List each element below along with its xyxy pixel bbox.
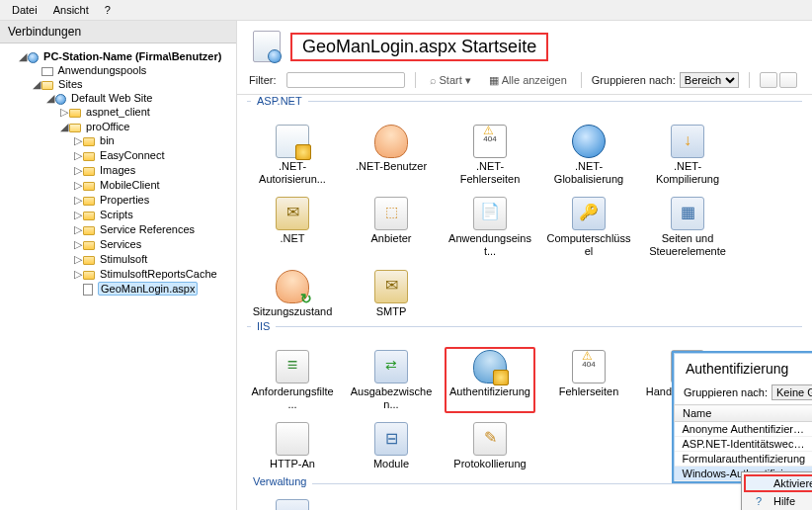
feature-authentication[interactable]: Authentifizierung bbox=[445, 347, 535, 413]
tree-sites[interactable]: Sites bbox=[58, 78, 82, 90]
config-icon bbox=[276, 499, 309, 510]
tree-toggle[interactable]: ▷ bbox=[73, 209, 83, 221]
feature-providers[interactable]: Anbieter bbox=[346, 194, 437, 260]
menu-help[interactable]: ? bbox=[97, 2, 119, 18]
tree-toggle[interactable]: ▷ bbox=[73, 268, 83, 281]
menu-file[interactable]: Datei bbox=[4, 2, 45, 18]
tree-toggle[interactable]: ◢ bbox=[18, 50, 28, 63]
view-details-button[interactable] bbox=[779, 72, 797, 88]
tree-toggle[interactable]: ◢ bbox=[59, 121, 69, 133]
feature-http[interactable]: HTTP-An bbox=[247, 419, 338, 473]
separator bbox=[749, 72, 750, 88]
feature-net-error-pages[interactable]: .NET-Fehlerseiten bbox=[445, 122, 535, 188]
key-icon bbox=[572, 197, 606, 230]
compile-icon bbox=[671, 125, 704, 158]
server-icon bbox=[28, 52, 39, 63]
tree-item-selected[interactable]: GeoManLogin.aspx bbox=[98, 282, 198, 296]
controls-icon bbox=[671, 197, 704, 230]
section-header-aspnet: ASP.NET bbox=[247, 101, 802, 122]
tree-toggle[interactable]: ▷ bbox=[73, 179, 83, 192]
feature-net-authorization[interactable]: .NET-Autorisierun... bbox=[247, 122, 338, 188]
tree-toggle[interactable]: ▷ bbox=[73, 164, 83, 177]
tree-toggle[interactable]: ▷ bbox=[73, 149, 83, 162]
folder-icon bbox=[83, 256, 95, 265]
folder-icon bbox=[69, 124, 81, 132]
menu-view[interactable]: Ansicht bbox=[45, 2, 97, 18]
feature-net-users[interactable]: .NET-Benutzer bbox=[346, 122, 437, 188]
context-menu-help[interactable]: ? Hilfe bbox=[744, 492, 812, 510]
user-icon bbox=[374, 125, 408, 158]
feature-net-globalization[interactable]: .NET-Globalisierung bbox=[543, 122, 634, 188]
tree-toggle[interactable]: ◢ bbox=[45, 92, 55, 105]
page-title-icon bbox=[253, 31, 281, 62]
tree-item[interactable]: Services bbox=[100, 238, 141, 250]
globe-icon bbox=[572, 125, 606, 158]
session-icon bbox=[276, 270, 309, 303]
feature-net-more[interactable]: .NET bbox=[247, 194, 338, 260]
tree-toggle[interactable]: ▷ bbox=[73, 134, 83, 147]
table-row[interactable]: Anonyme AuthentifizierungAktiviert bbox=[675, 422, 813, 437]
funnel-icon: ⌕ bbox=[430, 74, 437, 86]
tree-toggle[interactable]: ▷ bbox=[73, 238, 83, 251]
tree-prooffice[interactable]: proOffice bbox=[86, 121, 129, 132]
tree-root[interactable]: PC-Station-Name (Firma\Benutzer) bbox=[43, 50, 221, 62]
tree-item[interactable]: MobileClient bbox=[100, 179, 160, 191]
popup-group-label: Gruppieren nach: bbox=[684, 386, 768, 398]
grid-icon: ▦ bbox=[489, 74, 499, 87]
auth-table: Name Status Antworttyp Anonyme Authentif… bbox=[674, 404, 812, 481]
http-icon bbox=[276, 422, 309, 456]
tree-item[interactable]: Images bbox=[100, 164, 135, 176]
module-icon bbox=[374, 422, 408, 456]
separator bbox=[581, 72, 582, 88]
folder-icon bbox=[83, 167, 95, 176]
feature-net-compilation[interactable]: .NET-Kompilierung bbox=[642, 122, 733, 188]
feature-config-editor[interactable]: Konfigurations-Edi... bbox=[247, 496, 338, 510]
feature-output-caching[interactable]: Ausgabezwischen... bbox=[346, 347, 437, 413]
folder-icon bbox=[83, 241, 95, 250]
feature-request-filtering[interactable]: Anforderungsfilte... bbox=[247, 347, 338, 413]
filter-start-button[interactable]: ⌕Start ▾ bbox=[426, 73, 475, 88]
popup-group-select[interactable]: Keine Gruppierung bbox=[771, 384, 812, 400]
feature-pages-controls[interactable]: Seiten und Steuerelemente bbox=[642, 194, 733, 260]
folder-icon bbox=[41, 81, 53, 90]
tree-aspnet-client[interactable]: aspnet_client bbox=[86, 106, 150, 118]
table-row[interactable]: ASP.NET-IdentitätswechselDeaktiviert bbox=[675, 437, 813, 452]
connections-tree: ◢ PC-Station-Name (Firma\Benutzer) Anwen… bbox=[0, 43, 236, 510]
tree-default-site[interactable]: Default Web Site bbox=[71, 92, 152, 104]
tree-item[interactable]: StimulsoftReportsCache bbox=[100, 268, 217, 280]
context-menu-activate[interactable]: Aktivieren bbox=[744, 474, 812, 492]
tree-toggle[interactable]: ▷ bbox=[59, 106, 69, 119]
feature-error-pages[interactable]: Fehlerseiten bbox=[543, 347, 634, 413]
tree-toggle[interactable]: ▷ bbox=[73, 223, 83, 236]
group-by-select[interactable]: Bereich bbox=[680, 72, 739, 88]
auth-icon bbox=[473, 350, 507, 383]
feature-logging[interactable]: Protokollierung bbox=[445, 419, 535, 473]
view-large-icons-button[interactable] bbox=[760, 72, 777, 88]
tree-toggle[interactable]: ▷ bbox=[73, 253, 83, 266]
col-name[interactable]: Name bbox=[675, 405, 813, 422]
show-all-button[interactable]: ▦Alle anzeigen bbox=[485, 73, 571, 88]
tree-item[interactable]: Service References bbox=[100, 223, 195, 235]
tree-toggle[interactable]: ◢ bbox=[32, 78, 41, 91]
table-row[interactable]: FormularauthentifizierungDeaktiviertHTTP… bbox=[675, 452, 813, 467]
filter-label: Filter: bbox=[249, 74, 277, 86]
feature-modules[interactable]: Module bbox=[346, 419, 437, 473]
tree-item[interactable]: bin bbox=[100, 134, 115, 146]
feature-session-state[interactable]: Sitzungszustand bbox=[247, 267, 338, 321]
error-icon bbox=[473, 125, 507, 158]
tree-item[interactable]: Properties bbox=[100, 194, 149, 206]
feature-app-settings[interactable]: Anwendungseinst... bbox=[445, 194, 535, 260]
feature-machine-key[interactable]: Computerschlüssel bbox=[543, 194, 634, 260]
tree-item[interactable]: Scripts bbox=[100, 209, 133, 220]
page-title: GeoManLogin.aspx Startseite bbox=[290, 33, 548, 61]
tree-app-pools[interactable]: Anwendungspools bbox=[57, 64, 146, 76]
tree-item[interactable]: EasyConnect bbox=[100, 149, 164, 161]
file-icon bbox=[83, 284, 93, 296]
filter-input[interactable] bbox=[286, 72, 405, 88]
feature-smtp[interactable]: SMTP bbox=[346, 267, 437, 321]
provider-icon bbox=[374, 197, 408, 230]
mail-icon bbox=[374, 270, 408, 303]
tree-toggle[interactable]: ▷ bbox=[73, 194, 83, 207]
filter-icon bbox=[276, 350, 309, 383]
tree-item[interactable]: Stimulsoft bbox=[100, 253, 147, 265]
